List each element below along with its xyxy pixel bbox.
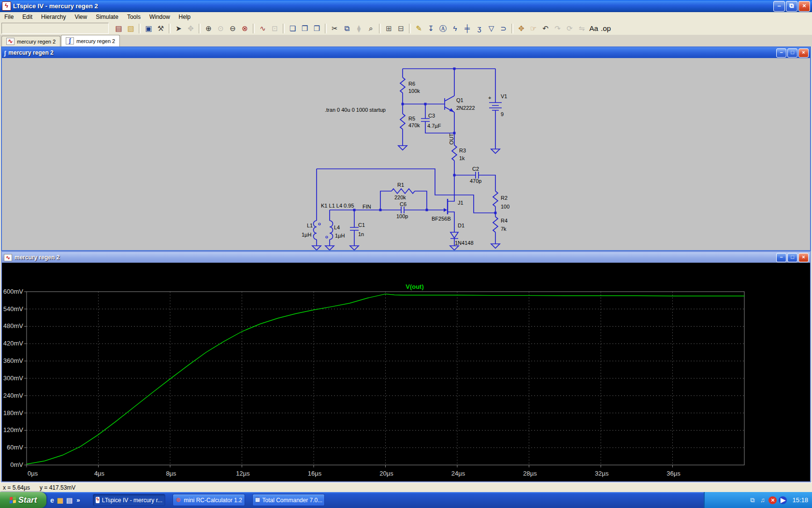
- run-button[interactable]: ➤: [173, 23, 185, 34]
- svg-text:470k: 470k: [408, 122, 420, 128]
- toolbar-separator: [409, 24, 411, 33]
- svg-text:1µH: 1µH: [302, 232, 311, 238]
- svg-text:0mV: 0mV: [10, 461, 23, 468]
- svg-text:480mV: 480mV: [3, 323, 23, 330]
- toolbar-separator: [283, 24, 285, 33]
- tab-waveform[interactable]: ∿mercury regen 2: [1, 36, 60, 46]
- svg-text:420mV: 420mV: [3, 340, 23, 347]
- toolbar-separator: [325, 24, 327, 33]
- schematic-minimize-button[interactable]: –: [776, 48, 786, 58]
- autorange-y-button[interactable]: ∿: [257, 23, 269, 34]
- close-button[interactable]: ×: [798, 1, 810, 12]
- waveform-minimize-button[interactable]: –: [776, 253, 786, 262]
- cascade-windows-button[interactable]: ❒: [311, 23, 323, 34]
- svg-text:1µH: 1µH: [335, 233, 345, 239]
- spice-directive-button[interactable]: .op: [600, 23, 612, 34]
- toolbar-separator: [139, 24, 141, 33]
- schematic-window-titlebar[interactable]: ʃ mercury regen 2 – □ ×: [2, 47, 810, 58]
- task-rc-calculator-icon: ◎: [175, 497, 181, 503]
- schematic-canvas[interactable]: .tran 0 40u 0 1000 startupR6100kR5470kC3…: [2, 58, 810, 250]
- quicklaunch-media-app-icon[interactable]: ▦: [57, 496, 63, 504]
- waveform-close-button[interactable]: ×: [798, 253, 809, 262]
- drag-button[interactable]: ☞: [527, 23, 539, 34]
- menu-help[interactable]: Help: [174, 13, 195, 21]
- start-button[interactable]: Start: [0, 492, 46, 508]
- print-preview-button[interactable]: ⊞: [383, 23, 395, 34]
- tile-horizontal-button[interactable]: ❐: [299, 23, 311, 34]
- waveform-window-titlebar[interactable]: ∿ mercury regen 2 – □ ×: [2, 252, 810, 263]
- svg-text:V1: V1: [501, 93, 507, 99]
- task-rc-calculator[interactable]: ◎mini RC-Calculator 1.2: [173, 494, 245, 506]
- network-status-icon[interactable]: ⧉: [748, 496, 756, 504]
- svg-text:8µs: 8µs: [166, 470, 176, 477]
- copy-button[interactable]: ⧉: [341, 23, 353, 34]
- open-file-button[interactable]: ▧: [125, 23, 137, 34]
- zoom-out-button[interactable]: ⊖: [227, 23, 239, 34]
- cut-button[interactable]: ✂: [329, 23, 341, 34]
- svg-text:L1: L1: [307, 223, 313, 228]
- svg-text:470p: 470p: [470, 178, 481, 184]
- redo-button: ↷: [551, 23, 564, 34]
- svg-text:300mV: 300mV: [3, 374, 23, 382]
- tile-vertical-button[interactable]: ❏: [287, 23, 299, 34]
- print-button[interactable]: ⊟: [395, 23, 407, 34]
- task-ltspice[interactable]: ϟLTspice IV - mercury r...: [93, 494, 165, 506]
- tab-waveform-label: mercury regen 2: [17, 39, 56, 45]
- toolbar-dock-area: [1, 23, 109, 34]
- tab-schematic[interactable]: ʃmercury regen 2: [61, 35, 120, 46]
- zoom-fit-button[interactable]: ⊗: [239, 23, 251, 34]
- task-buttons: ϟLTspice IV - mercury r...◎mini RC-Calcu…: [93, 494, 325, 506]
- volume-icon[interactable]: ♫: [758, 496, 767, 504]
- quicklaunch-chevron[interactable]: »: [76, 496, 80, 504]
- pan-button: ⊡: [269, 23, 281, 34]
- menu-simulate[interactable]: Simulate: [91, 13, 123, 21]
- task-total-commander-icon: ▤: [255, 497, 260, 503]
- zoom-in-button[interactable]: ⊕: [203, 23, 215, 34]
- waveform-maximize-button[interactable]: □: [787, 253, 798, 262]
- toolbar-separator: [169, 24, 171, 33]
- task-total-commander[interactable]: ▤Total Commander 7.0...: [252, 494, 325, 506]
- task-ltspice-label: LTspice IV - mercury r...: [102, 497, 162, 504]
- menu-hierarchy[interactable]: Hierarchy: [37, 13, 70, 21]
- security-alert-icon[interactable]: ×: [768, 496, 777, 504]
- text-button[interactable]: Aa: [588, 23, 600, 34]
- component-button[interactable]: ⊃: [497, 23, 509, 34]
- svg-text:220k: 220k: [394, 194, 406, 200]
- waveform-plot[interactable]: 0mV60mV120mV180mV240mV300mV360mV420mV480…: [2, 263, 810, 481]
- app-titlebar[interactable]: ϟ LTspice IV - mercury regen 2 – ⧉ ×: [0, 0, 812, 12]
- svg-text:100k: 100k: [408, 88, 420, 94]
- tab-schematic-label: mercury regen 2: [76, 38, 115, 44]
- inductor-button[interactable]: ʒ: [473, 23, 485, 34]
- label-button[interactable]: Ⓐ: [437, 23, 449, 34]
- new-schematic-button[interactable]: ▤: [113, 23, 125, 34]
- undo-button[interactable]: ↶: [539, 23, 551, 34]
- svg-text:.tran 0 40u 0 1000 startup: .tran 0 40u 0 1000 startup: [325, 107, 386, 113]
- svg-text:12µs: 12µs: [236, 470, 250, 477]
- minimize-button[interactable]: –: [773, 1, 785, 12]
- svg-text:100: 100: [501, 204, 509, 209]
- menu-window[interactable]: Window: [145, 13, 174, 21]
- quicklaunch-utility-app-icon[interactable]: ▤: [66, 496, 72, 504]
- capacitor-button[interactable]: ╪: [461, 23, 473, 34]
- control-panel-button[interactable]: ⚒: [155, 23, 167, 34]
- ground-button[interactable]: ↧: [425, 23, 437, 34]
- toolbar-separator: [511, 24, 513, 33]
- svg-text:1k: 1k: [459, 155, 465, 161]
- restore-button[interactable]: ⧉: [786, 1, 798, 12]
- wire-button[interactable]: ✎: [413, 23, 425, 34]
- media-player-icon[interactable]: ▶: [779, 496, 787, 504]
- toolbar-row: ▤▧▣⚒➤✥⊕⊙⊖⊗∿⊡❏❐❒✂⧉⧫⌕⊞⊟✎↧Ⓐϟ╪ʒ▽⊃✥☞↶↷⟳⇋Aa.op: [0, 22, 812, 35]
- find-button[interactable]: ⌕: [365, 23, 377, 34]
- trace-legend[interactable]: V(out): [406, 283, 423, 290]
- menu-file[interactable]: File: [0, 13, 18, 21]
- menu-view[interactable]: View: [70, 13, 91, 21]
- menu-tools[interactable]: Tools: [123, 13, 145, 21]
- schematic-maximize-button[interactable]: □: [787, 48, 798, 58]
- menu-edit[interactable]: Edit: [18, 13, 37, 21]
- quicklaunch-internet-explorer-icon[interactable]: e: [50, 496, 54, 504]
- diode-button[interactable]: ▽: [485, 23, 497, 34]
- move-button[interactable]: ✥: [515, 23, 527, 34]
- schematic-close-button[interactable]: ×: [798, 48, 809, 58]
- resistor-button[interactable]: ϟ: [449, 23, 461, 34]
- save-button[interactable]: ▣: [143, 23, 155, 34]
